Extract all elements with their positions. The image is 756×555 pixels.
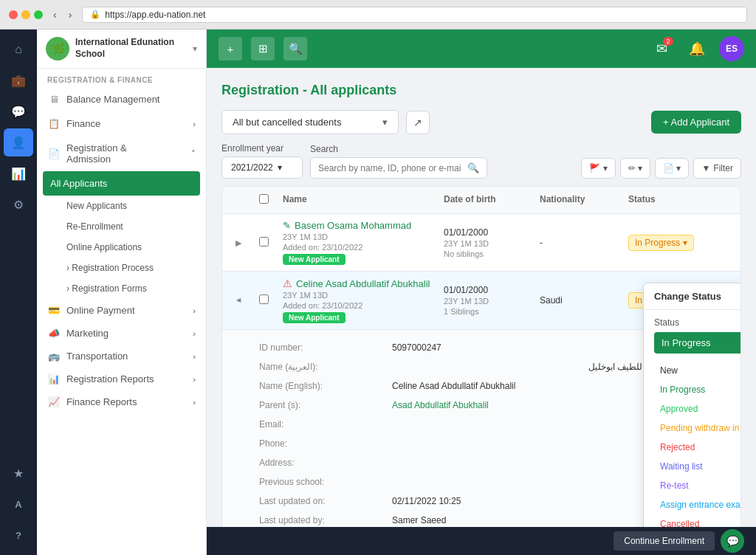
sidebar-item-reg-forms[interactable]: › Registration Forms (37, 278, 206, 299)
address-label: Address: (259, 455, 392, 470)
sidebar-item-finance-reports[interactable]: 📈 Finance Reports › (37, 390, 206, 413)
nav-star[interactable]: ★ (4, 459, 33, 487)
select-all-checkbox[interactable] (259, 194, 269, 204)
registration-icon: 📄 (47, 148, 61, 159)
status-popup-label: Status (654, 317, 741, 328)
nav-people[interactable]: 👤 (4, 128, 33, 156)
row2-name[interactable]: Celine Asad Abdullatif Abukhalil (296, 278, 430, 289)
row1-expand[interactable]: ▶ (230, 232, 253, 254)
row1-check[interactable] (253, 231, 277, 255)
forward-button[interactable]: › (64, 7, 77, 22)
row1-name[interactable]: Basem Osama Mohammad (295, 220, 411, 231)
th-dob: Date of birth (438, 187, 534, 213)
sidebar-item-balance[interactable]: 🖥 Balance Management (37, 87, 206, 111)
finance-label: Finance (66, 118, 100, 129)
sidebar-item-re-enrollment[interactable]: Re-Enrollment (37, 216, 206, 237)
school-header[interactable]: 🌿 International Edunation School ▾ (37, 30, 206, 69)
row1-edit-icon[interactable]: ✎ (283, 220, 291, 231)
nav-buttons: ‹ › (49, 7, 76, 22)
school-name: International Edunation School (75, 37, 187, 60)
search-input[interactable] (318, 163, 463, 173)
sidebar-item-transportation[interactable]: 🚌 Transportation › (37, 345, 206, 368)
year-select-button[interactable]: 2021/2022 ▾ (221, 156, 303, 179)
sidebar-item-reg-process[interactable]: › Registration Process (37, 258, 206, 278)
row2-tag: New Applicant (283, 312, 346, 323)
row2-age: 23Y 1M 13D (283, 291, 432, 300)
nav-translate[interactable]: A (4, 490, 33, 518)
page-content: Registration - All applicants All but ca… (207, 68, 756, 527)
sidebar-item-new-applicants[interactable]: New Applicants (37, 196, 206, 216)
status-option-approved[interactable]: Approved (654, 399, 741, 418)
document-button[interactable]: 📄 ▾ (655, 158, 689, 179)
finance-icon: 📋 (47, 118, 61, 129)
reg-reports-chevron-icon: › (193, 375, 196, 384)
filter-select-button[interactable]: All but cancelled students ▾ (221, 110, 399, 134)
flag-button[interactable]: 🚩 ▾ (581, 158, 615, 179)
status-option-waiting[interactable]: Waiting list (654, 457, 741, 476)
school-chevron-icon: ▾ (193, 44, 197, 54)
search-group: Search 🔍 (310, 144, 487, 179)
filter-chevron-icon: ▾ (382, 117, 388, 128)
close-dot[interactable] (9, 10, 18, 19)
row-1-main: ▶ ✎ Basem Osama Mohammad 23Y 1M 13D Adde… (222, 214, 740, 271)
toolbar-row: All but cancelled students ▾ ↗ + Add App… (221, 110, 741, 134)
all-applicants-label: All Applicants (50, 178, 107, 189)
nav-settings[interactable]: ⚙ (4, 190, 33, 218)
sidebar-item-all-applicants[interactable]: All Applicants (43, 171, 200, 196)
sidebar-item-finance[interactable]: 📋 Finance › (37, 111, 206, 136)
row2-expand[interactable]: ▼ (230, 289, 253, 311)
sidebar-item-marketing[interactable]: 📣 Marketing › (37, 322, 206, 345)
address-bar[interactable]: 🔒 https://app.edu-nation.net (82, 7, 747, 23)
row1-status-badge[interactable]: In Progress ▾ (628, 235, 694, 251)
status-option-assign-exam[interactable]: Assign entrance exam (654, 495, 741, 514)
status-option-retest[interactable]: Re-test (654, 476, 741, 495)
status-option-cancelled[interactable]: Cancelled (654, 514, 741, 527)
icon-nav: ⌂ 💼 💬 👤 📊 ⚙ ★ A ? (0, 30, 37, 555)
row2-added: Added on: 23/10/2022 (283, 301, 432, 310)
row2-check[interactable] (253, 289, 277, 312)
messages-button[interactable]: ✉ 2 (648, 35, 675, 62)
edit-action-button[interactable]: ✏ ▾ (620, 158, 650, 179)
nav-help[interactable]: ? (4, 521, 33, 549)
sidebar-item-online-applications[interactable]: Online Applications (37, 237, 206, 258)
grid-button[interactable]: ⊞ (251, 37, 275, 61)
add-button[interactable]: + (219, 37, 242, 61)
continue-enrollment-button[interactable]: Continue Enrollment (614, 531, 715, 551)
nav-chat[interactable]: 💬 (4, 97, 33, 125)
sidebar-item-registration[interactable]: 📄 Registration &Admission ˅ (37, 136, 206, 171)
status-select-dropdown[interactable]: In Progress ▾ (654, 332, 741, 354)
nav-briefcase[interactable]: 💼 (4, 66, 33, 94)
nav-home[interactable]: ⌂ (4, 35, 33, 63)
export-button[interactable]: ↗ (406, 111, 430, 134)
marketing-chevron-icon: › (193, 329, 196, 338)
row2-name-cell: ⚠ Celine Asad Abdullatif Abukhalil 23Y 1… (277, 272, 438, 329)
marketing-label: Marketing (66, 328, 109, 339)
finance-reports-icon: 📈 (47, 396, 61, 407)
messages-badge: 2 (663, 37, 673, 46)
bell-button[interactable]: 🔔 (684, 35, 710, 62)
chat-button[interactable]: 💬 (721, 529, 744, 553)
status-option-new[interactable]: New (654, 361, 741, 380)
row1-nationality: - (534, 232, 622, 254)
row1-checkbox[interactable] (259, 237, 269, 247)
filter-button[interactable]: ▼ Filter (693, 158, 741, 179)
row2-dob: 01/01/2000 23Y 1M 13D 1 Siblings (438, 279, 534, 322)
status-option-pending-withdraw-future[interactable]: Pending withdraw in future (654, 418, 741, 438)
sidebar-item-reg-reports[interactable]: 📊 Registration Reports › (37, 368, 206, 390)
table-row-1: ▶ ✎ Basem Osama Mohammad 23Y 1M 13D Adde… (222, 214, 740, 272)
row2-checkbox[interactable] (259, 294, 269, 304)
sidebar-item-online-payment[interactable]: 💳 Online Payment › (37, 299, 206, 322)
finance-reports-chevron-icon: › (193, 398, 196, 407)
filter-text: Filter (713, 163, 733, 173)
search-topbar-button[interactable]: 🔍 (284, 37, 307, 61)
fullscreen-dot[interactable] (34, 10, 43, 19)
back-button[interactable]: ‹ (49, 7, 61, 22)
add-applicant-button[interactable]: + Add Applicant (651, 111, 741, 134)
year-value: 2021/2022 (231, 162, 273, 173)
status-option-in-progress[interactable]: In Progress (654, 380, 741, 399)
user-avatar[interactable]: ES (719, 36, 744, 61)
minimize-dot[interactable] (21, 10, 30, 19)
current-status-text: In Progress (662, 337, 710, 348)
nav-chart[interactable]: 📊 (4, 159, 33, 187)
status-option-rejected[interactable]: Rejected (654, 438, 741, 457)
